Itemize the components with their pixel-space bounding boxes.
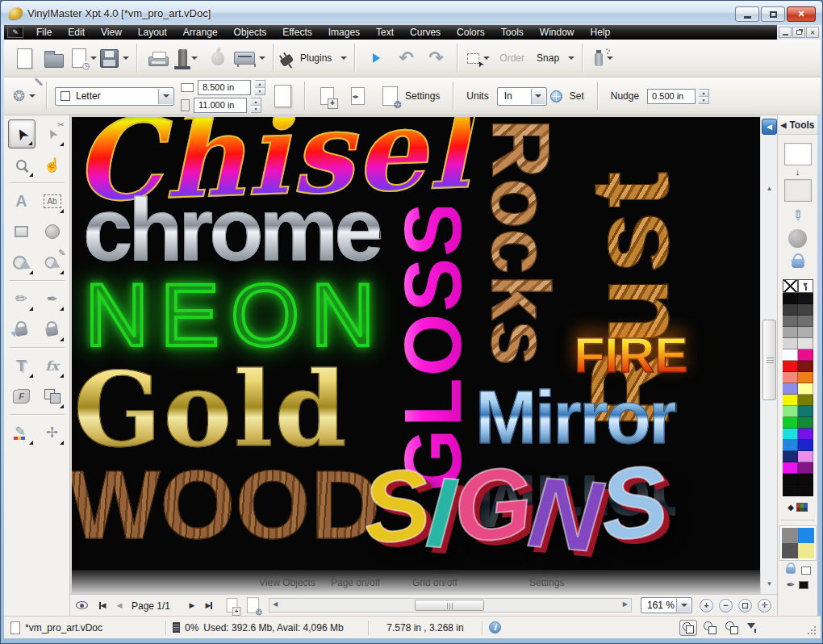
view-mode-outline-button[interactable]	[701, 620, 719, 636]
color-wheel-icon[interactable]	[788, 229, 807, 248]
art-gold[interactable]: Gold	[73, 358, 349, 461]
units-dropdown-button[interactable]	[531, 89, 545, 104]
palette-swatch-4-1[interactable]	[798, 338, 813, 349]
palette-swatch-1-0[interactable]	[783, 304, 798, 316]
design-canvas[interactable]: Chisel chrome NEON Gold WOOD Rocks Rust …	[70, 115, 760, 594]
shapes-tool-button[interactable]	[8, 248, 36, 277]
scroll-up-icon[interactable]: ▲	[761, 185, 778, 192]
rectangle-tool-button[interactable]	[8, 217, 36, 246]
palette-swatch-6-1[interactable]	[798, 361, 813, 372]
palette-swatch-15-0[interactable]	[783, 462, 798, 474]
art-mirror[interactable]: Mirror	[475, 380, 675, 454]
art-neon[interactable]: NEON	[85, 270, 386, 359]
nudge-stepper[interactable]: ▲▼	[699, 89, 709, 104]
tools-panel-header[interactable]: Tools	[778, 115, 817, 135]
palette-swatch-4-0[interactable]	[783, 338, 798, 349]
menu-edit[interactable]: Edit	[60, 25, 93, 40]
palette-swatch-15-1[interactable]	[798, 462, 813, 474]
palette-swatch-12-0[interactable]	[783, 429, 798, 440]
palette-selector[interactable]: ◆	[787, 503, 808, 512]
palette-swatch-16-0[interactable]	[783, 474, 798, 485]
page-width-input[interactable]: 8.500 in	[198, 80, 251, 95]
add-page-nav-button[interactable]	[222, 597, 241, 613]
fit-page-button[interactable]	[738, 597, 752, 613]
collapse-panel-button[interactable]: ◀	[762, 119, 777, 135]
add-page-button[interactable]	[313, 79, 340, 113]
fill-color-swatch[interactable]	[784, 179, 812, 202]
page-height-stepper[interactable]: ▲▼	[251, 98, 261, 113]
eyedropper-icon[interactable]: ✐	[788, 205, 806, 223]
units-select[interactable]: In	[497, 87, 547, 106]
print-button[interactable]	[144, 41, 172, 75]
vertical-scroll-thumb[interactable]	[762, 320, 776, 400]
page-size-select[interactable]: Letter	[55, 87, 174, 106]
ellipse-tool-button[interactable]	[39, 217, 66, 246]
vertical-scrollbar[interactable]: ◀ ▲ ▼	[760, 115, 777, 594]
zoom-dropdown-button[interactable]	[676, 599, 691, 612]
first-page-button[interactable]: ◀	[94, 597, 111, 613]
palette-swatch-3-0[interactable]	[783, 327, 798, 338]
plotter-button[interactable]	[234, 41, 265, 75]
resize-grip[interactable]	[807, 625, 816, 634]
palette-swatch-10-0[interactable]	[783, 406, 798, 417]
airbrush-button[interactable]	[590, 41, 617, 75]
window-maximize-button[interactable]	[761, 6, 785, 22]
art-fire[interactable]: FIRE	[564, 330, 698, 380]
pan-tool-button[interactable]: ☝	[39, 150, 66, 179]
gradient-fill-swatch[interactable]	[798, 279, 813, 293]
pan-view-button[interactable]: ✛	[758, 597, 771, 613]
palette-swatch-2-1[interactable]	[798, 316, 813, 327]
text-effects-tool-button[interactable]: T	[8, 351, 36, 380]
menu-colors[interactable]: Colors	[449, 25, 493, 40]
palette-swatch-0-0[interactable]	[783, 293, 798, 304]
quick-grid-on-off[interactable]: Grid on/off	[412, 577, 457, 588]
palette-swatch-12-1[interactable]	[798, 429, 813, 440]
text-tool-button[interactable]: A	[8, 186, 36, 215]
save-button[interactable]	[100, 41, 129, 75]
palette-swatch-10-1[interactable]	[798, 406, 813, 417]
no-color-swatch[interactable]	[783, 279, 798, 293]
scroll-down-icon[interactable]: ▼	[761, 580, 778, 588]
select-tool-button[interactable]: ➤	[8, 119, 36, 148]
stroke-indicator-icon[interactable]: ✒	[787, 579, 796, 590]
palette-swatch-17-0[interactable]	[783, 485, 798, 496]
fill-indicator-icon[interactable]	[786, 567, 796, 573]
menu-file[interactable]: File	[28, 25, 60, 40]
palette-swatch-6-0[interactable]	[783, 361, 798, 372]
fill-bucket-icon[interactable]	[792, 259, 804, 268]
last-page-button[interactable]: ▶	[201, 597, 217, 613]
page-height-input[interactable]: 11.000 in	[194, 98, 247, 113]
nudge-input[interactable]: 0.500 in	[647, 89, 696, 104]
view-objects-button[interactable]	[72, 597, 91, 613]
pen-tool-button[interactable]: ✒	[39, 284, 66, 313]
fill-pour-tool-button[interactable]	[8, 315, 36, 344]
menu-view[interactable]: View	[93, 25, 130, 40]
art-chrome[interactable]: chrome	[83, 185, 379, 274]
palette-swatch-9-0[interactable]	[783, 395, 798, 406]
document-minimize-button[interactable]	[779, 27, 792, 38]
snap-button[interactable]: Snap	[532, 41, 574, 75]
zoom-level-select[interactable]: 161 %	[641, 597, 692, 613]
zoom-tool-button[interactable]	[8, 150, 36, 179]
node-edit-tool-button[interactable]: ➤✂	[39, 119, 66, 148]
undo-button[interactable]: ↶	[392, 41, 420, 75]
transform-tool-button[interactable]: ✢	[39, 418, 66, 447]
distort-tool-button[interactable]: F	[8, 382, 36, 411]
menu-arrange[interactable]: Arrange	[175, 25, 226, 40]
palette-swatch-9-1[interactable]	[798, 395, 813, 406]
page-options-button[interactable]	[243, 597, 262, 613]
stroke-color-chip[interactable]	[799, 581, 808, 589]
palette-swatch-13-1[interactable]	[798, 440, 813, 451]
palette-swatch-2-0[interactable]	[783, 316, 798, 327]
import-button[interactable]	[70, 41, 98, 75]
palette-swatch-17-1[interactable]	[798, 485, 813, 496]
palette-swatch-1-1[interactable]	[798, 304, 813, 316]
palette-swatch-3-1[interactable]	[798, 327, 813, 338]
menu-effects[interactable]: Effects	[274, 25, 320, 40]
scroll-left-icon[interactable]: ◀	[273, 600, 278, 608]
art-wood[interactable]: WOOD	[70, 456, 381, 553]
menu-layout[interactable]: Layout	[130, 25, 175, 40]
apple-export-button[interactable]	[204, 41, 232, 75]
menu-objects[interactable]: Objects	[226, 25, 275, 40]
fill-none-swatch[interactable]	[801, 567, 811, 575]
